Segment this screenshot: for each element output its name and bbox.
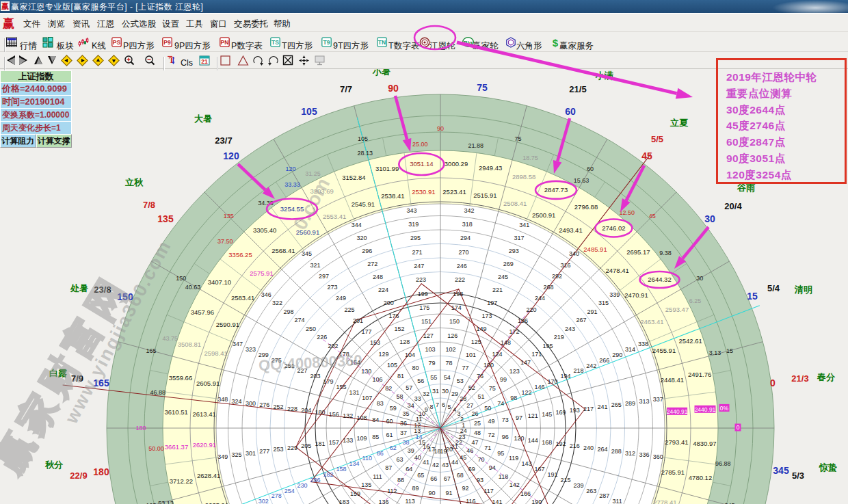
svg-text:157: 157	[329, 439, 339, 446]
svg-text:197: 197	[487, 300, 497, 306]
svg-text:180: 180	[93, 466, 109, 477]
svg-text:TN: TN	[378, 39, 386, 46]
svg-text:301: 301	[246, 450, 256, 457]
svg-text:246: 246	[457, 263, 467, 269]
svg-text:77: 77	[462, 364, 468, 371]
svg-text:190: 190	[531, 499, 542, 504]
svg-text:288: 288	[611, 448, 622, 455]
svg-text:321: 321	[310, 262, 321, 269]
svg-text:22/9: 22/9	[70, 470, 87, 481]
svg-text:135: 135	[157, 213, 174, 224]
svg-text:360: 360	[653, 453, 663, 460]
svg-text:43.75: 43.75	[163, 335, 178, 342]
svg-text:53.13: 53.13	[158, 500, 174, 504]
svg-text:35: 35	[403, 410, 410, 417]
svg-text:175: 175	[419, 304, 429, 311]
svg-text:44: 44	[451, 459, 458, 466]
svg-text:60: 60	[587, 165, 594, 172]
svg-text:223: 223	[416, 276, 426, 283]
svg-text:68: 68	[457, 472, 464, 479]
svg-text:21.88: 21.88	[468, 142, 484, 149]
svg-text:218: 218	[573, 367, 583, 374]
svg-text:2538.41: 2538.41	[381, 192, 404, 200]
svg-text:224: 224	[378, 287, 388, 293]
svg-text:45: 45	[641, 150, 652, 161]
svg-text:28.13: 28.13	[357, 150, 373, 157]
svg-text:229: 229	[287, 445, 297, 451]
svg-text:272: 272	[367, 261, 377, 267]
svg-text:201: 201	[353, 317, 363, 324]
svg-text:3305.40: 3305.40	[253, 226, 276, 234]
svg-text:141: 141	[492, 499, 503, 504]
svg-text:266: 266	[599, 357, 609, 364]
svg-text:24: 24	[460, 427, 467, 434]
svg-text:5/4: 5/4	[767, 283, 780, 293]
svg-text:21/3: 21/3	[791, 373, 808, 384]
svg-text:46.88: 46.88	[150, 389, 165, 396]
svg-text:113: 113	[405, 498, 414, 504]
svg-text:202: 202	[328, 343, 338, 349]
svg-text:3: 3	[457, 410, 460, 417]
svg-text:348: 348	[217, 396, 228, 403]
svg-text:298: 298	[283, 308, 293, 315]
svg-text:37.50: 37.50	[217, 238, 233, 245]
svg-text:269: 269	[503, 261, 514, 267]
svg-text:196: 196	[518, 317, 528, 324]
svg-text:84: 84	[372, 416, 379, 423]
svg-text:85: 85	[372, 434, 379, 440]
svg-text:2898.58: 2898.58	[512, 173, 535, 181]
svg-text:206: 206	[310, 477, 321, 483]
svg-text:291: 291	[587, 308, 598, 315]
svg-text:33.33: 33.33	[284, 181, 300, 188]
svg-text:3.13: 3.13	[709, 349, 721, 356]
svg-text:245: 245	[498, 274, 508, 280]
svg-text:300: 300	[246, 400, 256, 407]
svg-text:2485.91: 2485.91	[583, 246, 607, 253]
svg-text:80: 80	[412, 364, 419, 371]
svg-text:2545.91: 2545.91	[352, 200, 375, 208]
svg-text:176: 176	[389, 313, 399, 319]
svg-text:82: 82	[385, 385, 392, 392]
svg-text:2440.91: 2440.91	[667, 408, 688, 415]
svg-text:129: 129	[378, 351, 388, 358]
svg-text:0: 0	[737, 424, 740, 431]
svg-text:120: 120	[285, 165, 295, 172]
svg-text:81: 81	[397, 373, 404, 380]
svg-text:120: 120	[514, 435, 524, 442]
svg-text:242: 242	[586, 362, 596, 369]
svg-text:45: 45	[649, 213, 656, 220]
svg-text:惊蛰: 惊蛰	[819, 462, 837, 473]
svg-text:252: 252	[273, 403, 283, 410]
svg-text:340: 340	[569, 250, 579, 257]
svg-text:155: 155	[336, 384, 346, 390]
svg-text:132: 132	[343, 412, 353, 419]
svg-text:270: 270	[458, 249, 468, 256]
svg-text:3152.84: 3152.84	[342, 174, 365, 181]
svg-text:153: 153	[370, 339, 380, 346]
svg-text:228: 228	[287, 406, 297, 412]
svg-text:TS: TS	[271, 39, 279, 46]
svg-text:3661.37: 3661.37	[165, 443, 188, 451]
svg-text:38: 38	[403, 439, 410, 446]
svg-text:75: 75	[489, 385, 496, 392]
svg-text:215: 215	[560, 477, 570, 483]
svg-text:294: 294	[460, 235, 471, 241]
svg-text:106: 106	[372, 376, 382, 383]
svg-text:344: 344	[352, 222, 362, 228]
svg-text:18.75: 18.75	[522, 155, 538, 161]
svg-text:23/7: 23/7	[215, 135, 232, 146]
svg-text:3610.51: 3610.51	[165, 408, 188, 416]
svg-text:21: 21	[201, 58, 208, 65]
svg-text:83: 83	[377, 400, 384, 407]
svg-text:60: 60	[565, 106, 576, 117]
svg-text:7/8: 7/8	[143, 200, 155, 210]
svg-text:46: 46	[466, 447, 473, 454]
svg-text:60: 60	[386, 418, 393, 425]
svg-text:317: 317	[514, 235, 524, 241]
svg-text:8: 8	[429, 403, 433, 410]
svg-text:2553.41: 2553.41	[323, 213, 346, 220]
svg-text:2796.88: 2796.88	[574, 203, 598, 211]
svg-text:295: 295	[410, 235, 421, 241]
svg-text:123: 123	[509, 368, 520, 375]
svg-text:2455.91: 2455.91	[652, 347, 676, 354]
